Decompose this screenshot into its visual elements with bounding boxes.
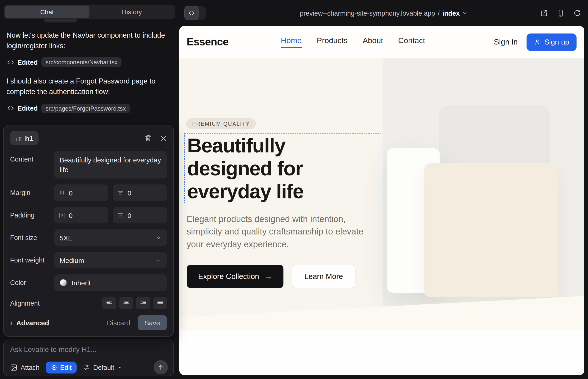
app-window: Chat History Now let's update the Navbar… [0,0,588,379]
margin-vertical-input[interactable]: 0 [54,184,108,201]
site-navbar: Essence Home Products About Contact Sign… [179,26,584,58]
site-nav-links: Home Products About Contact [281,36,425,48]
delete-element-button[interactable] [144,134,152,142]
edited-label: Edited [17,105,38,112]
editor-footer: › Advanced Discard Save [10,315,167,330]
site-preview: Essence Home Products About Contact Sign… [179,26,584,375]
tab-chat[interactable]: Chat [5,5,90,18]
color-row: Color Inherit [10,274,167,291]
align-justify-button[interactable] [153,297,167,309]
font-weight-select[interactable]: Medium [54,252,167,268]
nav-link-products[interactable]: Products [317,36,347,48]
hero-subtext: Elegant products designed with intention… [187,213,371,251]
open-in-new-tab-icon[interactable] [540,9,548,17]
site-next-section [179,330,584,375]
align-left-button[interactable] [102,297,116,309]
padding-vertical-icon [59,212,65,218]
content-row: Content Beautifully designed for everyda… [10,151,167,178]
sign-up-label: Sign up [544,38,569,46]
padding-vertical-input[interactable]: 0 [54,207,108,223]
font-weight-label: Font weight [10,256,54,264]
save-button[interactable]: Save [138,315,167,330]
site-hero: PREMIUM QUALITY Beautifully designed for… [179,58,584,330]
url-domain: preview--charming-site-symphony.lovable.… [300,9,435,17]
nav-link-about[interactable]: About [363,36,383,48]
explore-collection-button[interactable]: Explore Collection → [187,265,284,288]
preview-chrome-bar: preview--charming-site-symphony.lovable.… [179,0,588,26]
decorative-card-beige [424,163,558,297]
padding-horizontal-icon [117,212,124,218]
sliders-icon [83,364,90,371]
assistant-message: Now let's update the Navbar component to… [6,30,171,51]
chevron-down-icon [117,364,123,370]
tab-history[interactable]: History [90,5,174,18]
arrow-right-icon: → [265,272,272,281]
sign-in-link[interactable]: Sign in [494,37,518,47]
target-icon [51,364,57,371]
send-button[interactable] [154,360,168,374]
edited-file-row: Edited src/pages/ForgotPassword.tsx [7,103,173,113]
hero-headline[interactable]: Beautifully designed for everyday life [187,134,343,203]
nav-link-home[interactable]: Home [281,36,302,48]
advanced-toggle[interactable]: › Advanced [10,319,49,327]
margin-vertical-icon [59,190,65,196]
font-size-label: Font size [10,234,54,241]
attach-button[interactable]: Attach [10,364,39,371]
model-default-selector[interactable]: Default [83,364,123,371]
align-center-button[interactable] [119,297,133,309]
margin-label: Margin [10,189,54,196]
chevron-down-icon [155,235,161,241]
url-page: index [442,9,460,17]
nav-link-contact[interactable]: Contact [398,36,425,48]
selected-element-tag: h1 [25,134,33,142]
mobile-view-icon[interactable] [557,9,565,17]
padding-horizontal-input[interactable]: 0 [113,207,167,223]
content-input[interactable]: Beautifully designed for everyday life [54,151,167,178]
font-size-icon: TT [15,134,22,142]
color-value: Inherit [72,279,91,286]
explore-collection-label: Explore Collection [198,272,259,281]
preview-url[interactable]: preview--charming-site-symphony.lovable.… [300,9,467,17]
chevron-down-icon [463,11,468,16]
font-size-select[interactable]: 5XL [54,229,167,246]
refresh-icon[interactable] [573,9,581,17]
hero-cta-row: Explore Collection → Learn More [187,265,356,288]
learn-more-button[interactable]: Learn More [292,265,356,288]
selected-element-pill[interactable]: TT h1 [10,131,39,145]
code-icon [184,6,199,20]
edited-file-pill[interactable]: src/components/Navbar.tsx [42,58,122,67]
default-label: Default [93,364,114,371]
close-editor-button[interactable] [160,135,167,142]
margin-horizontal-icon [117,190,124,196]
padding-row: Padding 0 0 [10,207,167,223]
editor-header: TT h1 [10,131,167,145]
advanced-label: Advanced [16,319,49,327]
edit-mode-button[interactable]: Edit [46,361,77,373]
chevron-right-icon: › [10,319,13,327]
margin-vertical-value: 0 [69,189,73,197]
preview-pane: preview--charming-site-symphony.lovable.… [179,0,588,379]
discard-button[interactable]: Discard [107,319,130,327]
padding-vertical-value: 0 [69,211,73,219]
chat-history-tabbar: Chat History [4,5,175,19]
site-logo[interactable]: Essence [187,36,229,48]
alignment-row: Alignment [10,297,167,309]
padding-horizontal-value: 0 [127,211,131,219]
composer-input[interactable] [10,346,168,354]
align-right-button[interactable] [136,297,150,309]
lovable-chat-panel: Chat History Now let's update the Navbar… [0,0,179,379]
code-icon [7,105,14,111]
color-label: Color [10,279,54,286]
chevron-down-icon [155,257,161,263]
chat-transcript: Now let's update the Navbar component to… [6,30,173,122]
edited-file-pill[interactable]: src/pages/ForgotPassword.tsx [42,103,130,113]
sign-up-button[interactable]: Sign up [526,33,576,51]
user-icon [534,39,541,46]
edited-label: Edited [17,59,38,66]
h1-selection-outline[interactable]: Beautifully designed for everyday life [184,133,381,203]
margin-horizontal-input[interactable]: 0 [113,184,167,201]
assistant-message: I should also create a Forgot Password p… [6,76,171,97]
margin-horizontal-value: 0 [127,189,131,197]
color-select[interactable]: Inherit [54,274,167,291]
code-view-toggle[interactable] [184,6,206,20]
